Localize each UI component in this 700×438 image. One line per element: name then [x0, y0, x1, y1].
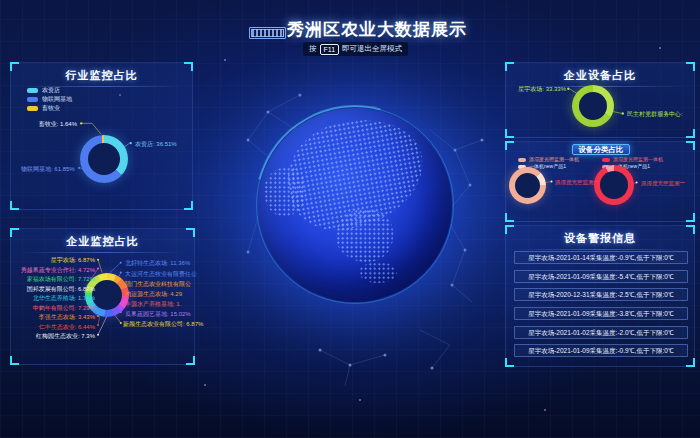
ent-label-left: 李强生态农场: 3.43% [39, 314, 95, 320]
alarm-row: 星宇农场-2021-01-02采集温度:-2.0℃,低于下限:0℃ [514, 326, 688, 339]
corner-bracket [686, 141, 695, 150]
corner-bracket [686, 62, 695, 71]
alarm-row: 星宇农场-2021-01-09采集温度:-3.8℃,低于下限:0℃ [514, 307, 688, 320]
legend-item[interactable]: 温湿度光照监测一体机 [602, 157, 663, 162]
legend-label: 畜牧业 [42, 105, 60, 111]
panel-title-equipment: 企业设备占比 [506, 68, 694, 83]
legend-label: 物联网基地 [42, 96, 72, 102]
panel-enterprise-monitor: 企业监控占比 [10, 228, 195, 365]
corner-bracket [505, 62, 514, 71]
header-logo [249, 27, 286, 39]
donut-hole [600, 171, 628, 199]
corner-bracket [184, 201, 193, 210]
continent-west [264, 167, 306, 216]
corner-bracket [686, 225, 695, 234]
legend-label: 农资店 [42, 87, 60, 93]
panel-title-device-class: 设备分类占比 [572, 144, 630, 155]
panel-device-alarms: 设备警报信息 星宇农场-2021-01-14采集温度:-0.9℃,低于下限:0℃… [505, 225, 695, 367]
legend-swatch [27, 106, 38, 111]
donut-hole [88, 143, 120, 175]
callout-agristore: 农资店: 36.51% [135, 141, 177, 147]
alarm-row: 星宇农场-2020-12-31采集温度:-2.5℃,低于下限:0℃ [514, 288, 688, 301]
industry-donut-chart[interactable] [80, 135, 128, 183]
corner-bracket [686, 213, 695, 222]
hint-prefix: 按 [309, 44, 317, 54]
legend-label: 温湿度光照监测一体机 [529, 157, 579, 162]
page-title: 秀洲区农业大数据展示 [287, 18, 467, 41]
dashboard: 秀洲区农业大数据展示 按 F11 即可退出全屏模式 行业监控占比 农资店 物联网… [0, 0, 700, 438]
callout-livestock: 畜牧业: 1.64% [39, 121, 77, 127]
ent-label-right: 鸿运源生态农场: 4.29 [125, 291, 182, 297]
divider [516, 249, 684, 250]
alarm-row: 星宇农场-2021-01-09采集温度:-5.4℃,低于下限:0℃ [514, 270, 688, 283]
ent-label-right: 瓜果蔬园艺基地: 15.02% [125, 311, 191, 317]
ent-label-left: 星宇农场: 6.87% [51, 257, 95, 263]
legend-item[interactable]: 农资店 [27, 87, 72, 93]
corner-bracket [505, 141, 514, 150]
legend-swatch [27, 88, 38, 93]
callout-iot-base: 物联网基地: 61.85% [21, 166, 75, 172]
device-left-donut-chart[interactable] [509, 167, 546, 204]
divider [21, 252, 184, 253]
panel-enterprise-equipment: 企业设备占比 星宇农场: 33.33% 民主村党群服务中心: [505, 62, 695, 138]
ent-label-left: 家福农场有限公司: 7.72% [27, 276, 95, 282]
corner-bracket [505, 129, 514, 138]
corner-bracket [186, 228, 195, 237]
ent-label-right: 丰源水产养殖基地: 1. [125, 301, 181, 307]
corner-bracket [186, 356, 195, 365]
ent-label-right: 北好特生态农场: 11.36% [125, 260, 190, 266]
donut-hole [92, 280, 122, 310]
corner-bracket [10, 201, 19, 210]
corner-bracket [10, 356, 19, 365]
corner-bracket [10, 62, 19, 71]
globe [258, 108, 452, 302]
legend-item[interactable]: 物联网基地 [27, 96, 72, 102]
corner-bracket [686, 129, 695, 138]
ent-label-right: 新颜生态农业有限公司: 6.87% [123, 321, 203, 327]
industry-legend: 农资店 物联网基地 畜牧业 [27, 87, 72, 114]
ent-label-right: 大运河生态牧业有限责任公 [125, 271, 197, 277]
alarm-row: 星宇农场-2021-01-14采集温度:-0.9℃,低于下限:0℃ [514, 251, 688, 264]
legend-item[interactable]: 畜牧业 [27, 105, 72, 111]
ent-label-left: 国邦发展有限公司: 6.87% [27, 286, 95, 292]
ent-label-right: 陆门生态农业科技有限公 [125, 281, 191, 287]
ent-label-left: 中鹤年有限公司: 7.29% [33, 305, 95, 311]
ent-label-left: 北华生态养殖场: 1.72% [33, 295, 95, 301]
hint-suffix: 即可退出全屏模式 [342, 44, 402, 54]
legend-swatch [518, 158, 526, 162]
continent-islands [359, 262, 397, 283]
panel-title-enterprise: 企业监控占比 [11, 234, 194, 249]
equipment-donut-chart[interactable] [572, 85, 614, 127]
panel-industry-monitor: 行业监控占比 农资店 物联网基地 畜牧业 畜牧业: 1.64% 农资店: 36.… [10, 62, 193, 210]
fullscreen-hint: 按 F11 即可退出全屏模式 [303, 42, 408, 56]
ent-label-left: 红梅园生态农业: 7.3% [36, 333, 95, 339]
panel-title-industry: 行业监控占比 [11, 68, 192, 83]
panel-title-alarms: 设备警报信息 [506, 231, 694, 246]
legend-swatch [602, 158, 610, 162]
f11-key: F11 [320, 44, 340, 55]
header-logo-mark [251, 29, 284, 37]
donut-hole [515, 173, 540, 198]
legend-swatch [27, 97, 38, 102]
corner-bracket [184, 62, 193, 71]
alarm-row: 星宇农场-2021-01-09采集温度:-0.9℃,低于下限:0℃ [514, 344, 688, 357]
device-right-callout: 温湿度光照监测一 [641, 180, 685, 186]
callout-xingyu-farm: 星宇农场: 33.33% [518, 86, 566, 92]
legend-label: 温湿度光照监测一体机 [613, 157, 663, 162]
corner-bracket [10, 228, 19, 237]
callout-service-center: 民主村党群服务中心: [627, 111, 683, 117]
corner-bracket [505, 358, 514, 367]
device-right-donut-chart[interactable] [594, 165, 634, 205]
continent-asia [278, 110, 431, 239]
corner-bracket [505, 225, 514, 234]
ent-label-left: 秀越果蔬专业合作社: 4.72% [21, 267, 95, 273]
legend-item[interactable]: 温湿度光照监测一体机 [518, 157, 579, 162]
panel-device-classification: 设备分类占比 温湿度光照监测一体机 一体机new产品1 温湿度光照监测一体机 一… [505, 141, 695, 222]
continent-dots [260, 110, 450, 300]
corner-bracket [686, 358, 695, 367]
ent-label-left: 仁丰生态农业: 6.44% [39, 324, 95, 330]
corner-bracket [505, 213, 514, 222]
device-left-callout: 温湿度光照监测一 [555, 179, 599, 185]
continent-south [336, 209, 393, 262]
donut-hole [579, 92, 607, 120]
